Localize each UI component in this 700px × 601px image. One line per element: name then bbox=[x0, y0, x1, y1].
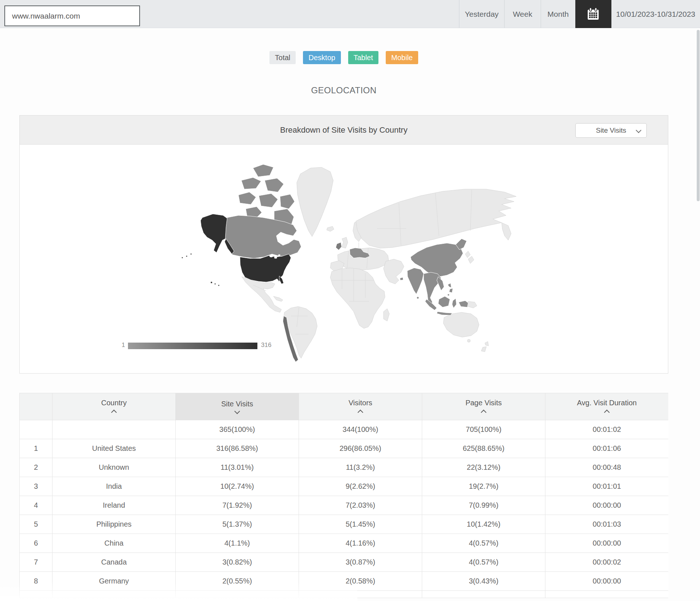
metric-dropdown[interactable]: Site Visits bbox=[575, 123, 647, 138]
table-row: 2 Unknown 11(3.01%) 11(3.2%) 22(3.12%) 0… bbox=[20, 458, 669, 477]
header-site-visits[interactable]: Site Visits bbox=[176, 393, 299, 420]
header-country[interactable]: Country bbox=[52, 393, 176, 420]
chevron-down-icon bbox=[636, 128, 642, 133]
table-row: 3 India 10(2.74%) 9(2.62%) 19(2.7%) 00:0… bbox=[20, 477, 669, 496]
legend-min-label: 1 bbox=[111, 342, 125, 349]
country-ireland[interactable] bbox=[336, 242, 342, 250]
date-range-controls: Yesterday Week Month 10/01/2023-10/31/20… bbox=[459, 0, 700, 28]
country-stats-table-wrap: Country Site Visits Visitors Page Visits bbox=[19, 393, 668, 601]
totals-row: 365(100%) 344(100%) 705(100%) 00:01:02 bbox=[20, 420, 669, 439]
sort-desc-icon bbox=[234, 409, 240, 414]
country-india[interactable] bbox=[407, 268, 424, 294]
filter-total-button[interactable]: Total bbox=[269, 51, 296, 64]
site-url-input[interactable] bbox=[4, 5, 140, 26]
table-row-partial bbox=[20, 591, 669, 598]
header-site-visits-label: Site Visits bbox=[221, 400, 253, 408]
color-scale-legend bbox=[128, 343, 257, 349]
calendar-icon bbox=[586, 7, 601, 22]
header-page-visits[interactable]: Page Visits bbox=[422, 393, 545, 420]
sort-asc-icon bbox=[358, 410, 363, 415]
device-filter-group: Total Desktop Tablet Mobile bbox=[19, 51, 668, 64]
table-row: 7 Canada 3(0.82%) 3(0.87%) 4(0.57%) 00:0… bbox=[20, 553, 669, 572]
table-row: 8 Germany 2(0.55%) 2(0.58%) 3(0.43%) 00:… bbox=[20, 572, 669, 591]
section-title: GEOLOCATION bbox=[19, 85, 668, 95]
calendar-button[interactable] bbox=[575, 0, 611, 28]
filter-tablet-button[interactable]: Tablet bbox=[348, 51, 378, 64]
world-map-container: 1 316 bbox=[20, 145, 668, 373]
header-page-visits-label: Page Visits bbox=[466, 399, 502, 407]
country-stats-table: Country Site Visits Visitors Page Visits bbox=[19, 393, 668, 598]
sort-asc-icon bbox=[111, 410, 117, 415]
country-uae[interactable] bbox=[400, 277, 403, 280]
date-range-label: 10/01/2023-10/31/2023 bbox=[611, 0, 700, 28]
country-canada[interactable] bbox=[225, 164, 301, 258]
yesterday-button[interactable]: Yesterday bbox=[459, 0, 504, 28]
header-avg-duration[interactable]: Avg. Visit Duration bbox=[545, 393, 669, 420]
table-row: 5 Philippines 5(1.37%) 5(1.45%) 10(1.42%… bbox=[20, 515, 669, 534]
header-visitors[interactable]: Visitors bbox=[299, 393, 422, 420]
metric-dropdown-value: Site Visits bbox=[596, 126, 626, 134]
table-row: 4 Ireland 7(1.92%) 7(2.03%) 7(0.99%) 00:… bbox=[20, 496, 669, 515]
sort-asc-icon bbox=[604, 410, 610, 415]
panel-title: Breakdown of Site Visits by Country bbox=[20, 116, 668, 144]
filter-desktop-button[interactable]: Desktop bbox=[303, 51, 341, 64]
country-philippines[interactable] bbox=[448, 283, 453, 296]
world-map[interactable] bbox=[20, 145, 669, 373]
header-country-label: Country bbox=[101, 399, 127, 407]
analytics-dashboard: Yesterday Week Month 10/01/2023-10/31/20… bbox=[0, 0, 700, 601]
topbar: Yesterday Week Month 10/01/2023-10/31/20… bbox=[0, 0, 700, 28]
month-button[interactable]: Month bbox=[541, 0, 575, 28]
header-visitors-label: Visitors bbox=[349, 399, 372, 407]
legend-max-label: 316 bbox=[261, 342, 271, 349]
table-row: 6 China 4(1.1%) 4(1.16%) 4(0.57%) 00:00:… bbox=[20, 534, 669, 553]
sort-asc-icon bbox=[481, 410, 487, 415]
table-row: 1 United States 316(86.58%) 296(86.05%) … bbox=[20, 439, 669, 458]
filter-mobile-button[interactable]: Mobile bbox=[386, 51, 418, 64]
header-rank bbox=[20, 393, 52, 420]
week-button[interactable]: Week bbox=[504, 0, 541, 28]
panel-header: Breakdown of Site Visits by Country Site… bbox=[20, 116, 668, 145]
geolocation-panel: Breakdown of Site Visits by Country Site… bbox=[19, 115, 668, 374]
header-avg-duration-label: Avg. Visit Duration bbox=[577, 399, 637, 407]
scrollbar-thumb[interactable] bbox=[697, 30, 700, 201]
